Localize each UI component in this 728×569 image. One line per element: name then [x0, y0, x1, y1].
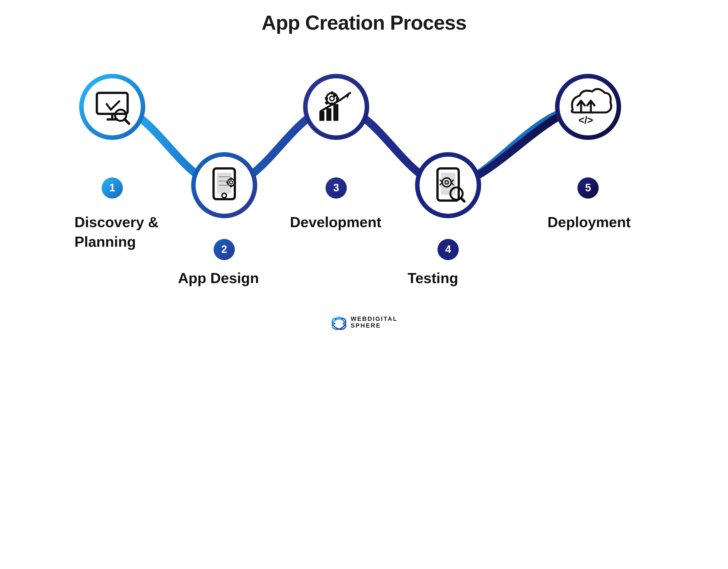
svg-text:Testing: Testing [408, 270, 458, 286]
svg-text:</>: </> [578, 114, 593, 126]
brand-logo-icon [331, 314, 347, 331]
svg-rect-36 [331, 92, 333, 95]
svg-text:Development: Development [290, 214, 381, 230]
svg-rect-21 [230, 185, 232, 188]
svg-rect-43 [326, 108, 331, 121]
svg-text:4: 4 [445, 244, 451, 255]
svg-rect-39 [325, 97, 328, 100]
page-title: App Creation Process [261, 11, 466, 34]
svg-point-81 [335, 318, 336, 320]
svg-rect-20 [230, 177, 232, 180]
svg-rect-16 [217, 173, 231, 194]
svg-rect-22 [234, 182, 236, 183]
svg-rect-44 [333, 104, 338, 121]
svg-text:2: 2 [221, 244, 227, 255]
svg-point-80 [337, 316, 341, 320]
svg-point-1 [81, 76, 143, 138]
brand-footer: WEBDIGITAL SPHERE [331, 314, 398, 331]
svg-rect-23 [226, 182, 228, 183]
svg-point-83 [334, 323, 335, 324]
svg-rect-42 [319, 111, 324, 121]
svg-point-82 [341, 318, 343, 320]
svg-text:Discovery &: Discovery & [74, 214, 159, 230]
brand-name-bottom: SPHERE [351, 322, 398, 329]
diagram-container: 1 Discovery & Planning [56, 51, 672, 303]
svg-text:App Design: App Design [178, 270, 259, 286]
brand-name-top: WEBDIGITAL [351, 315, 398, 322]
svg-text:5: 5 [585, 182, 591, 194]
svg-text:Planning: Planning [74, 234, 136, 250]
svg-point-84 [343, 323, 344, 324]
svg-text:1: 1 [109, 182, 115, 194]
svg-text:3: 3 [333, 182, 339, 194]
svg-text:Deployment: Deployment [547, 214, 631, 230]
svg-rect-38 [336, 97, 339, 100]
svg-point-69 [557, 76, 619, 138]
brand-text: WEBDIGITAL SPHERE [351, 315, 398, 329]
